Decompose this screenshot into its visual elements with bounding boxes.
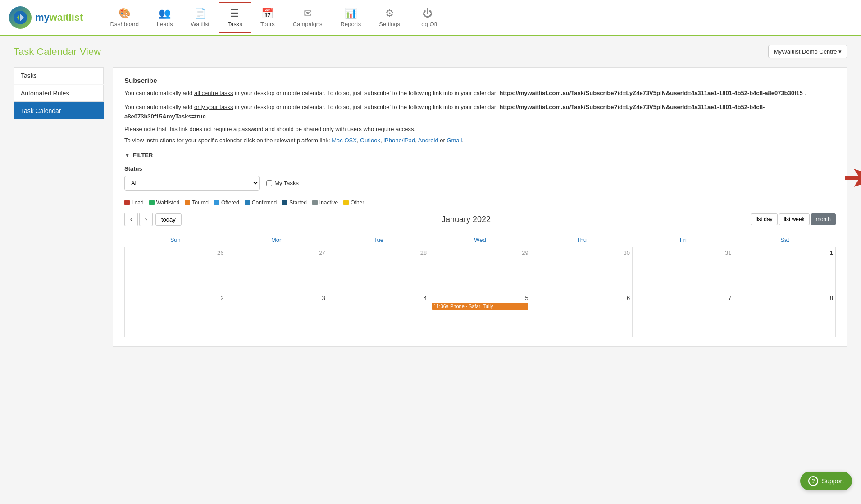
calendar-grid: Sun Mon Tue Wed Thu Fri Sat 26 27 28 29	[124, 233, 836, 337]
my-tasks-label[interactable]: My Tasks	[266, 180, 299, 186]
sidebar: Tasks Automated Rules Task Calendar	[14, 67, 104, 347]
filter-icon: ▼	[124, 152, 130, 159]
view-list-day-button[interactable]: list day	[751, 213, 777, 225]
platform-link-gmail[interactable]: Gmail	[446, 137, 462, 144]
subscribe-note: Please note that this link does not requ…	[124, 126, 836, 132]
svg-marker-1	[845, 169, 861, 187]
centre-dropdown[interactable]: MyWaitlist Demo Centre ▾	[768, 45, 847, 58]
calendar-cell[interactable]: 4	[328, 292, 429, 337]
day-header-mon: Mon	[226, 233, 328, 247]
nav-item-waitlist[interactable]: 📄 Waitlist	[182, 2, 218, 33]
sidebar-item-automated-rules[interactable]: Automated Rules	[14, 85, 104, 102]
view-buttons: list day list week month	[751, 213, 836, 225]
platform-link-outlook[interactable]: Outlook	[360, 137, 380, 144]
platform-link-iphone[interactable]: iPhone/iPad	[383, 137, 415, 144]
legend-item-other: Other	[343, 200, 364, 206]
nav-item-reports[interactable]: 📊 Reports	[332, 2, 370, 33]
calendar-cell[interactable]: 7	[633, 292, 734, 337]
nav-item-leads[interactable]: 👥 Leads	[148, 2, 182, 33]
next-month-button[interactable]: ›	[139, 213, 153, 226]
legend-dot-inactive	[312, 200, 318, 205]
content-area: Tasks Automated Rules Task Calendar Subs…	[14, 67, 847, 347]
logo-text: mywaitlist	[35, 12, 83, 23]
settings-icon: ⚙	[385, 8, 394, 19]
logo-area[interactable]: mywaitlist	[9, 6, 83, 29]
my-tasks-checkbox[interactable]	[266, 180, 272, 186]
platform-links-text: To view instructions for your specific c…	[124, 137, 836, 144]
day-header-fri: Fri	[633, 233, 734, 247]
nav-item-dashboard[interactable]: 🎨 Dashboard	[101, 2, 148, 33]
nav-item-settings[interactable]: ⚙ Settings	[370, 2, 409, 33]
page-header: Task Calendar View MyWaitlist Demo Centr…	[14, 45, 847, 58]
day-header-wed: Wed	[429, 233, 531, 247]
calendar-cell[interactable]: 1	[734, 247, 835, 292]
day-header-tue: Tue	[328, 233, 429, 247]
calendar-cell[interactable]: 3	[226, 292, 328, 337]
logo-icon	[9, 6, 32, 29]
calendar-cell[interactable]: 31	[633, 247, 734, 292]
logoff-icon: ⏻	[423, 8, 433, 19]
legend-item-toured: Toured	[185, 200, 209, 206]
nav-item-campaigns[interactable]: ✉ Campaigns	[284, 2, 332, 33]
only-your-tasks-link[interactable]: only your tasks	[194, 104, 233, 110]
legend-item-inactive: Inactive	[312, 200, 338, 206]
subscribe-para2: You can automatically add only your task…	[124, 103, 836, 122]
calendar-event[interactable]: 11:36a Phone · Safari Tully	[432, 303, 528, 310]
calendar-cell[interactable]: 8	[734, 292, 835, 337]
tasks-icon: ☰	[230, 8, 239, 19]
legend-item-started: Started	[282, 200, 307, 206]
subscribe-title: Subscribe	[124, 77, 836, 84]
subscribe-para1: You can automatically add all centre tas…	[124, 89, 836, 98]
dashboard-icon: 🎨	[118, 8, 131, 19]
legend-item-confirmed: Confirmed	[245, 200, 277, 206]
filter-row: All Active Inactive Completed My Tasks	[124, 176, 836, 191]
sidebar-item-tasks[interactable]: Tasks	[14, 67, 104, 84]
nav-item-tours[interactable]: 📅 Tours	[251, 2, 284, 33]
legend-dot-started	[282, 200, 287, 205]
calendar-controls: ‹ › today January 2022 list day list wee…	[124, 213, 836, 226]
calendar-week-1: 26 27 28 29 30 31 1	[125, 247, 836, 292]
sidebar-item-task-calendar[interactable]: Task Calendar	[14, 102, 104, 119]
day-header-sat: Sat	[734, 233, 835, 247]
legend-dot-offered	[214, 200, 219, 205]
calendar-cell[interactable]: 30	[531, 247, 632, 292]
status-select[interactable]: All Active Inactive Completed	[124, 176, 260, 191]
campaigns-icon: ✉	[304, 8, 312, 19]
nav-item-tasks[interactable]: ☰ Tasks	[219, 2, 251, 33]
filter-header: ▼ FILTER	[124, 152, 836, 159]
legend-item-lead: Lead	[124, 200, 144, 206]
today-button[interactable]: today	[155, 213, 182, 226]
calendar-cell[interactable]: 26	[125, 247, 226, 292]
waitlist-icon: 📄	[194, 8, 206, 19]
calendar-cell[interactable]: 5 11:36a Phone · Safari Tully	[429, 292, 531, 337]
calendar-cell[interactable]: 28	[328, 247, 429, 292]
all-centre-tasks-link[interactable]: all centre tasks	[194, 90, 233, 96]
legend-dot-toured	[185, 200, 190, 205]
platform-link-android[interactable]: Android	[418, 137, 438, 144]
day-header-sun: Sun	[125, 233, 226, 247]
leads-icon: 👥	[159, 8, 171, 19]
subscribe-url-1: https://mywaitlist.com.au/Task/Subscribe…	[499, 90, 802, 96]
calendar-week-2: 2 3 4 5 11:36a Phone · Safari Tully 6 7 …	[125, 292, 836, 337]
status-label: Status	[124, 165, 836, 172]
platform-link-macosx[interactable]: Mac OSX	[332, 137, 357, 144]
calendar-cell[interactable]: 2	[125, 292, 226, 337]
legend-dot-waitlisted	[149, 200, 155, 205]
legend-item-offered: Offered	[214, 200, 239, 206]
calendar-cell[interactable]: 27	[226, 247, 328, 292]
view-month-button[interactable]: month	[811, 213, 836, 225]
main-nav: 🎨 Dashboard 👥 Leads 📄 Waitlist ☰ Tasks 📅…	[101, 2, 446, 33]
tours-icon: 📅	[261, 8, 273, 19]
legend-item-waitlisted: Waitlisted	[149, 200, 180, 206]
calendar-cell[interactable]: 29	[429, 247, 531, 292]
calendar-cell[interactable]: 6	[531, 292, 632, 337]
nav-item-logoff[interactable]: ⏻ Log Off	[409, 2, 446, 33]
reports-icon: 📊	[345, 8, 357, 19]
view-list-week-button[interactable]: list week	[779, 213, 810, 225]
header: mywaitlist 🎨 Dashboard 👥 Leads 📄 Waitlis…	[0, 0, 861, 36]
legend-dot-other	[343, 200, 349, 205]
prev-month-button[interactable]: ‹	[124, 213, 138, 226]
nav-buttons: ‹ ›	[124, 213, 153, 226]
main-content: Subscribe You can automatically add all …	[113, 67, 847, 347]
legend-dot-lead	[124, 200, 130, 205]
